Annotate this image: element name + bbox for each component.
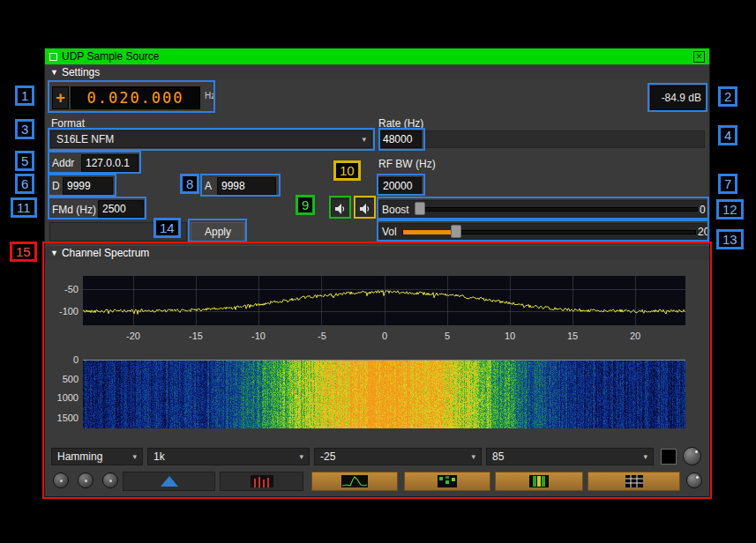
chevron-down-icon: ▾ xyxy=(471,452,475,461)
dial-button-3[interactable] xyxy=(102,472,118,488)
add-frequency-button[interactable]: + xyxy=(52,86,69,109)
window-function-value: Hamming xyxy=(57,450,102,463)
green-bars-icon xyxy=(529,475,549,487)
audio-stereo-button[interactable] xyxy=(356,198,375,219)
rfbw-label: RF BW (Hz) xyxy=(378,158,436,170)
waterfall-plot[interactable] xyxy=(83,360,685,428)
apply-button-label: Apply xyxy=(205,226,231,238)
callout-3: 3 xyxy=(15,119,34,139)
rate-input[interactable] xyxy=(378,130,422,148)
screenshot-stage: UDP Sample Source ✕ ▼ Settings + 0.020.0… xyxy=(0,0,756,543)
black-color-swatch[interactable] xyxy=(661,449,677,465)
addr-input[interactable] xyxy=(81,154,138,172)
speaker-icon xyxy=(334,203,347,215)
boost-label: Boost xyxy=(382,204,409,216)
ref-level-select[interactable]: -25 ▾ xyxy=(314,448,482,465)
waterfall-ytick-label: 1500 xyxy=(45,413,79,423)
format-select-value: S16LE NFM xyxy=(56,133,114,145)
chevron-down-icon: ▾ xyxy=(643,452,647,461)
spectrum-display-button[interactable] xyxy=(311,472,398,491)
callout-11: 11 xyxy=(11,197,37,218)
close-icon[interactable]: ✕ xyxy=(693,51,705,63)
callout-5: 5 xyxy=(15,151,34,171)
spectrum-xtick-label: -10 xyxy=(251,331,266,341)
format-select[interactable]: S16LE NFM ▾ xyxy=(50,130,372,148)
audio-port-input[interactable] xyxy=(217,177,276,195)
window-titlebar[interactable]: UDP Sample Source ✕ xyxy=(45,48,709,64)
green-trace-icon xyxy=(341,475,368,487)
histogram-display-button[interactable] xyxy=(404,472,490,491)
boost-slider[interactable] xyxy=(415,207,698,212)
callout-4: 4 xyxy=(718,125,737,145)
callout-9: 9 xyxy=(296,195,315,215)
power-range-select[interactable]: 85 ▾ xyxy=(486,448,654,465)
rotary-knob-1[interactable] xyxy=(683,447,701,465)
fft-size-value: 1k xyxy=(153,450,165,463)
collapse-arrow-icon: ▼ xyxy=(50,68,58,77)
callout-10: 10 xyxy=(333,160,361,181)
callout-2: 2 xyxy=(718,86,737,107)
vol-value: 20 xyxy=(698,226,709,238)
spectrum-ytick-label: -100 xyxy=(45,306,79,316)
waterfall-ytick-label: 1000 xyxy=(45,392,79,403)
channel-power-meter: -84.9 dB xyxy=(650,86,707,110)
callout-15: 15 xyxy=(10,242,37,262)
vol-label: Vol xyxy=(382,226,397,238)
chevron-down-icon: ▾ xyxy=(299,452,303,461)
data-port-input[interactable] xyxy=(63,177,113,195)
frequency-unit-label: Hz xyxy=(205,91,215,100)
spectrum-xtick-label: 10 xyxy=(505,331,515,341)
fmd-label: FMd (Hz) xyxy=(52,204,96,216)
spectrum-xtick-label: -5 xyxy=(318,331,326,341)
callout-13: 13 xyxy=(716,229,744,249)
callout-1: 1 xyxy=(15,86,34,106)
grid-icon xyxy=(625,475,643,487)
rate-label: Rate (Hz) xyxy=(378,117,423,130)
spectrum-xtick-label: 0 xyxy=(382,331,387,341)
udp-sample-source-window: UDP Sample Source ✕ ▼ Settings + 0.020.0… xyxy=(44,48,710,497)
green-blocks-icon xyxy=(438,475,457,487)
rotary-knob-2[interactable] xyxy=(686,472,702,488)
dial-button-1[interactable] xyxy=(53,472,69,488)
callout-8: 8 xyxy=(180,174,199,194)
audio-toggle-button[interactable] xyxy=(331,198,350,219)
settings-section-header[interactable]: ▼ Settings xyxy=(45,64,709,79)
max-hold-button[interactable] xyxy=(123,472,215,491)
waterfall-canvas[interactable] xyxy=(83,361,685,428)
channel-spectrum-section-header[interactable]: ▼ Channel Spectrum xyxy=(45,245,709,260)
current-trace-button[interactable] xyxy=(220,472,303,491)
chevron-down-icon: ▾ xyxy=(132,452,137,461)
collapse-arrow-icon: ▼ xyxy=(50,249,58,257)
vol-slider-fill xyxy=(403,230,456,234)
window-function-select[interactable]: Hamming ▾ xyxy=(51,448,143,465)
spectrum-canvas[interactable] xyxy=(83,276,685,325)
fft-size-select[interactable]: 1k ▾ xyxy=(147,448,310,465)
power-range-value: 85 xyxy=(492,450,504,463)
settings-section-label: Settings xyxy=(62,66,100,78)
spectrum-xtick-label: 5 xyxy=(445,331,450,341)
spectrum-xtick-label: -15 xyxy=(189,331,203,341)
dial-button-2[interactable] xyxy=(78,472,94,488)
spectrum-ytick-label: -50 xyxy=(45,284,79,294)
addr-label: Addr xyxy=(52,157,74,169)
grid-display-button[interactable] xyxy=(588,472,680,491)
window-title: UDP Sample Source xyxy=(62,50,160,63)
boost-slider-handle[interactable] xyxy=(415,202,425,215)
callout-7: 7 xyxy=(718,174,737,194)
window-handle-icon[interactable] xyxy=(49,53,57,61)
frequency-display[interactable]: 0.020.000 xyxy=(71,86,200,109)
red-bars-icon xyxy=(251,475,273,487)
callout-6: 6 xyxy=(15,174,34,194)
spectrum-plot[interactable] xyxy=(83,276,685,325)
speaker-icon xyxy=(359,203,371,215)
spectrum-xtick-label: 15 xyxy=(567,331,578,341)
callout-12: 12 xyxy=(716,199,744,219)
blue-peak-icon xyxy=(157,475,182,487)
apply-button[interactable]: Apply xyxy=(191,222,245,242)
vol-slider-handle[interactable] xyxy=(451,225,461,238)
plus-icon: + xyxy=(56,89,65,108)
fmd-input[interactable] xyxy=(98,200,144,218)
waterfall-display-button[interactable] xyxy=(495,472,583,491)
format-label: Format xyxy=(51,117,85,130)
rfbw-input[interactable] xyxy=(378,177,422,195)
